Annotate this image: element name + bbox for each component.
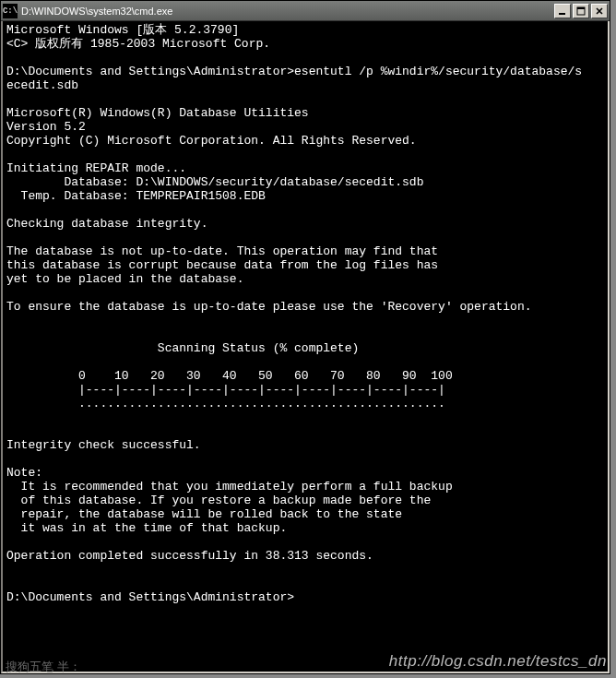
console-line: this database is corrupt because data fr…: [6, 258, 604, 272]
console-line: ecedit.sdb: [6, 78, 604, 92]
console-line: D:\Documents and Settings\Administrator>: [6, 590, 604, 604]
console-line: Temp. Database: TEMPREPAIR1508.EDB: [6, 189, 604, 203]
console-line: [6, 92, 604, 106]
console-line: [6, 314, 604, 327]
console-line: 0 10 20 30 40 50 60 70 80 90 100: [6, 369, 604, 383]
console-line: [6, 535, 604, 549]
maximize-button[interactable]: [573, 4, 589, 18]
console-line: [6, 148, 604, 161]
console-line: Microsoft(R) Windows(R) Database Utiliti…: [6, 106, 604, 120]
console-line: [6, 563, 604, 577]
console-line: [6, 286, 604, 300]
console-line: Integrity check successful.: [6, 438, 604, 452]
console-line: Operation completed successfully in 38.3…: [6, 549, 604, 563]
console-line: yet to be placed in the database.: [6, 272, 604, 286]
cmd-window: C:\ D:\WINDOWS\system32\cmd.exe Microsof…: [0, 0, 610, 674]
console-line: Note:: [6, 466, 604, 480]
console-line: [6, 231, 604, 244]
console-line: ........................................…: [6, 397, 604, 410]
console-line: Copyright (C) Microsoft Corporation. All…: [6, 134, 604, 148]
console-line: of this database. If you restore a backu…: [6, 494, 604, 507]
console-line: Microsoft Windows [版本 5.2.3790]: [6, 23, 604, 37]
console-line: [6, 327, 604, 341]
console-line: The database is not up-to-date. This ope…: [6, 244, 604, 258]
console-line: Version 5.2: [6, 120, 604, 134]
console-line: [6, 51, 604, 65]
svg-rect-2: [577, 7, 585, 9]
console-line: Initiating REPAIR mode...: [6, 161, 604, 175]
app-icon-label: C:\: [3, 6, 18, 16]
console-line: [6, 577, 604, 590]
svg-rect-0: [559, 13, 565, 15]
console-line: Database: D:\WINDOWS/security/database/s…: [6, 175, 604, 189]
console-line: To ensure the database is up-to-date ple…: [6, 300, 604, 314]
app-icon: C:\: [3, 4, 18, 18]
minimize-button[interactable]: [554, 4, 571, 18]
console-line: |----|----|----|----|----|----|----|----…: [6, 383, 604, 397]
close-button[interactable]: [591, 4, 608, 18]
window-title: D:\WINDOWS\system32\cmd.exe: [21, 6, 554, 17]
console-line: Scanning Status (% complete): [6, 341, 604, 355]
console-line: D:\Documents and Settings\Administrator>…: [6, 65, 604, 78]
console-line: [6, 410, 604, 424]
console-line: [6, 203, 604, 217]
titlebar[interactable]: C:\ D:\WINDOWS\system32\cmd.exe: [1, 1, 610, 21]
console-line: It is recommended that you immediately p…: [6, 480, 604, 494]
console-line: Checking database integrity.: [6, 217, 604, 231]
console-line: [6, 424, 604, 438]
console-line: repair, the database will be rolled back…: [6, 507, 604, 521]
console-line: <C> 版权所有 1985-2003 Microsoft Corp.: [6, 37, 604, 51]
console-line: [6, 452, 604, 466]
console-line: it was in at the time of that backup.: [6, 521, 604, 535]
console-line: [6, 355, 604, 369]
window-controls: [554, 4, 608, 18]
ime-status: 搜狗五笔 半：: [6, 659, 81, 675]
console-output[interactable]: Microsoft Windows [版本 5.2.3790]<C> 版权所有 …: [1, 21, 610, 673]
watermark-text: http://blog.csdn.net/testcs_dn: [389, 652, 607, 671]
